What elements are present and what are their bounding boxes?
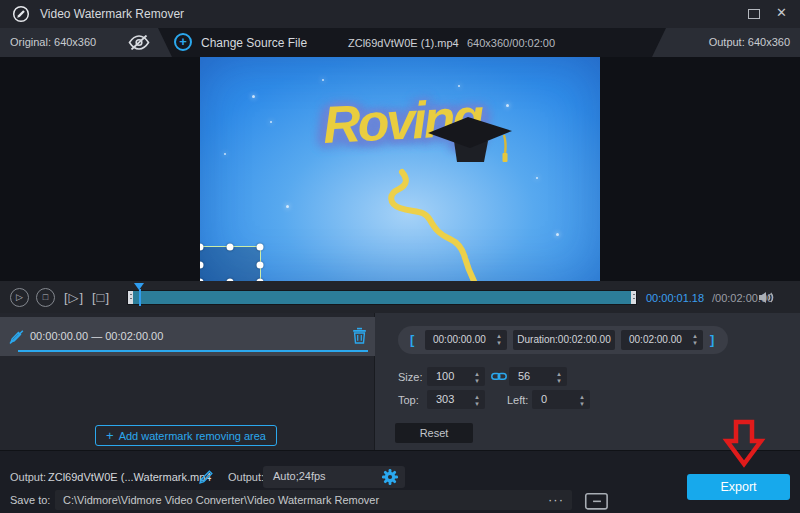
end-time-value: 00:02:00.00 [629, 334, 682, 345]
duration-field: Duration:00:02:00.00 [513, 330, 615, 350]
size-label: Size: [398, 371, 422, 383]
top-position-stepper[interactable]: ▴ ▾ [472, 393, 482, 407]
selection-handle[interactable] [200, 244, 204, 251]
playhead-line [139, 289, 141, 306]
trim-handle-left[interactable] [128, 291, 133, 304]
size-width-field[interactable]: 100 ▴ ▾ [427, 367, 485, 386]
watermark-area-item[interactable]: 00:00:00.00 — 00:02:00.00 [0, 317, 375, 356]
sparkle [224, 153, 226, 155]
set-end-bracket-button[interactable]: ] [710, 332, 714, 347]
sparkle [286, 205, 289, 208]
stepper-up-icon[interactable]: ▴ [690, 332, 700, 339]
top-label: Top: [398, 394, 419, 406]
output-filename: ZCl69dVtW0E (...Watermark.mp4 [48, 471, 211, 483]
delete-area-icon[interactable] [352, 327, 367, 344]
start-time-field[interactable]: 00:00:00.00 ▴ ▾ [425, 330, 507, 350]
format-settings-gear-icon[interactable] [382, 469, 398, 485]
frame-play-button[interactable]: [▷] [64, 290, 84, 305]
preview-toggle-eye-icon[interactable] [128, 35, 150, 50]
bottom-bar: Output: ZCl69dVtW0E (...Watermark.mp4 Ou… [0, 450, 800, 513]
add-area-label: Add watermark removing area [119, 430, 266, 442]
stepper-down-icon[interactable]: ▾ [494, 339, 504, 346]
reset-button[interactable]: Reset [395, 423, 473, 443]
stepper-down-icon[interactable]: ▾ [472, 377, 482, 384]
stepper-up-icon[interactable]: ▴ [577, 393, 587, 400]
size-width-value: 100 [436, 370, 454, 382]
size-width-stepper[interactable]: ▴ ▾ [472, 370, 482, 384]
selection-handle[interactable] [257, 261, 264, 268]
original-resolution-label: Original: 640x360 [10, 36, 96, 48]
title-bar: Video Watermark Remover ✕ [0, 0, 800, 28]
stop-button[interactable]: □ [36, 288, 55, 307]
set-start-bracket-button[interactable]: [ [410, 332, 414, 347]
app-window: Video Watermark Remover ✕ Original: 640x… [0, 0, 800, 513]
preview-stage: Roving [0, 57, 800, 281]
top-toolbar: Original: 640x360 + Change Source File Z… [0, 28, 800, 57]
app-logo-icon [12, 5, 30, 23]
start-time-stepper[interactable]: ▴ ▾ [494, 332, 504, 346]
area-duration-slider[interactable] [18, 350, 368, 352]
sparkle [556, 233, 559, 236]
output-format-select[interactable]: Auto;24fps [263, 466, 405, 488]
sparkle [252, 95, 255, 98]
current-time: 00:00:01.18 [646, 292, 704, 304]
stepper-up-icon[interactable]: ▴ [554, 370, 564, 377]
timeline-track[interactable] [127, 290, 637, 305]
watermark-pen-icon [8, 328, 25, 345]
stepper-down-icon[interactable]: ▾ [472, 400, 482, 407]
frame-stop-button[interactable]: [□] [92, 290, 110, 305]
end-time-field[interactable]: 00:02:00.00 ▴ ▾ [621, 330, 703, 350]
stepper-up-icon[interactable]: ▴ [472, 393, 482, 400]
maximize-button[interactable] [748, 9, 760, 19]
top-position-value: 303 [436, 393, 454, 405]
source-filename: ZCl69dVtW0E (1).mp4 [348, 37, 459, 49]
time-range-group: [ 00:00:00.00 ▴ ▾ Duration:00:02:00.00 0… [398, 326, 728, 354]
stepper-up-icon[interactable]: ▴ [472, 370, 482, 377]
plus-icon: + [106, 428, 114, 443]
annotation-arrow [722, 419, 766, 469]
export-button[interactable]: Export [687, 474, 790, 500]
save-path-value: C:\Vidmore\Vidmore Video Converter\Video… [63, 494, 379, 506]
watermark-selection-box[interactable] [200, 246, 261, 281]
browse-button[interactable]: ··· [548, 492, 564, 507]
start-time-value: 00:00:00.00 [433, 334, 486, 345]
close-button[interactable]: ✕ [776, 5, 787, 20]
top-position-field[interactable]: 303 ▴ ▾ [427, 390, 485, 409]
open-folder-icon[interactable] [584, 492, 610, 510]
end-time-stepper[interactable]: ▴ ▾ [690, 332, 700, 346]
size-height-stepper[interactable]: ▴ ▾ [554, 370, 564, 384]
selection-handle[interactable] [227, 244, 234, 251]
stepper-up-icon[interactable]: ▴ [494, 332, 504, 339]
left-position-value: 0 [541, 393, 547, 405]
output-format-label: Output: [228, 471, 264, 483]
window-title: Video Watermark Remover [40, 7, 184, 21]
output-file-label: Output: [10, 471, 46, 483]
stepper-down-icon[interactable]: ▾ [554, 377, 564, 384]
selection-handle[interactable] [200, 261, 204, 268]
size-height-field[interactable]: 56 ▴ ▾ [509, 367, 567, 386]
save-path-field[interactable]: C:\Vidmore\Vidmore Video Converter\Video… [55, 490, 572, 510]
link-dimensions-icon[interactable] [491, 371, 507, 382]
watermark-area-list: 00:00:00.00 — 00:02:00.00 +Add watermark… [0, 313, 375, 450]
left-position-stepper[interactable]: ▴ ▾ [577, 393, 587, 407]
save-to-label: Save to: [10, 494, 50, 506]
trim-handle-right[interactable] [631, 291, 636, 304]
video-preview: Roving [200, 57, 600, 281]
sparkle [536, 177, 538, 179]
output-tab: Output: 640x360 [652, 28, 800, 57]
add-watermark-area-button[interactable]: +Add watermark removing area [95, 425, 277, 446]
rename-pencil-icon[interactable] [199, 469, 214, 484]
volume-icon[interactable] [758, 291, 775, 304]
selection-handle[interactable] [257, 244, 264, 251]
sparkle [458, 85, 460, 87]
stepper-down-icon[interactable]: ▾ [690, 339, 700, 346]
output-format-value: Auto;24fps [273, 470, 326, 482]
stepper-down-icon[interactable]: ▾ [577, 400, 587, 407]
change-source-file-button[interactable]: Change Source File [201, 36, 307, 50]
left-position-field[interactable]: 0 ▴ ▾ [532, 390, 590, 409]
tassel-squiggle-graphic [360, 165, 500, 281]
area-time-range: 00:00:00.00 — 00:02:00.00 [30, 330, 163, 342]
play-button[interactable]: ▷ [10, 288, 29, 307]
sparkle [322, 79, 324, 81]
plus-circle-icon[interactable]: + [174, 33, 192, 51]
